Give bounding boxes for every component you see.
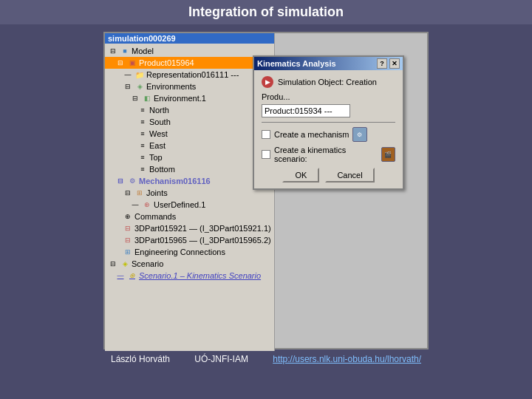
screenshot-container: simulation000269 ⊟ ■ Model ⊟ ▣ Product01… xyxy=(103,32,429,349)
dialog-close-button[interactable]: ✕ xyxy=(389,58,400,69)
header-title: Integration of simulation xyxy=(188,4,344,19)
tree-dash-icon: — xyxy=(123,69,133,80)
product-label-row: Produ... xyxy=(262,92,395,101)
tree-item-joints[interactable]: ⊟ ⊞ Joints xyxy=(105,187,274,199)
tree-item-east[interactable]: ≡ East xyxy=(105,140,274,151)
dialog-help-button[interactable]: ? xyxy=(377,58,387,69)
tree-item-label: West xyxy=(149,129,168,138)
cancel-button[interactable]: Cancel xyxy=(325,168,374,183)
userdefined-icon: ⊛ xyxy=(142,200,152,210)
tree-item-label: Model xyxy=(132,47,154,55)
compass-icon: ≡ xyxy=(137,105,148,115)
tree-expand-icon: ⊟ xyxy=(108,259,118,269)
tree-expand-icon: ⊟ xyxy=(108,46,118,56)
tree-expand-icon: ⊟ xyxy=(130,93,140,103)
tree-title: simulation000269 xyxy=(108,34,176,43)
tree-item-label: Engineering Connections xyxy=(134,248,225,256)
create-mechanism-label: Create a mechanism xyxy=(274,130,349,139)
tree-item-label: South xyxy=(149,117,171,126)
tree-item-environment1[interactable]: ⊟ ◧ Environment.1 xyxy=(105,92,274,104)
tree-item-engconn[interactable]: ⊞ Engineering Connections xyxy=(105,246,274,258)
tree-expand-icon: ⊟ xyxy=(115,58,126,68)
tree-item-west[interactable]: ≡ West xyxy=(105,128,274,140)
tree-dash-icon: — xyxy=(115,270,126,281)
env-icon: ◈ xyxy=(134,81,145,92)
dialog-titlebar: Kinematics Analysis ? ✕ xyxy=(254,57,403,70)
dialog-titlebar-buttons: ? ✕ xyxy=(377,58,400,69)
footer-author: László Horváth xyxy=(111,354,170,364)
scenario-icon: ◈ xyxy=(120,259,130,269)
create-kinematics-label: Create a kinematics scenario: xyxy=(274,146,378,163)
tree-item-label: UserDefined.1 xyxy=(154,200,205,209)
tree-item-label: Commands xyxy=(134,212,176,221)
product-input[interactable] xyxy=(262,104,350,117)
part3d-icon: ⊟ xyxy=(123,223,133,233)
tree-content: ⊟ ■ Model ⊟ ▣ Product015964 — 📁 Represen… xyxy=(105,44,274,283)
tree-item-label: Top xyxy=(149,153,163,162)
tree-expand-icon: ⊟ xyxy=(123,81,133,92)
tree-item-scenario1[interactable]: — ⊛ Scenario.1 – Kinematics Scenario xyxy=(105,270,274,282)
simulation-icon: ▶ xyxy=(262,76,273,88)
dialog-buttons: OK Cancel xyxy=(262,168,395,183)
tree-item-north[interactable]: ≡ North xyxy=(105,104,274,116)
model-icon: ■ xyxy=(120,46,130,56)
dialog-body: ▶ Simulation Object: Creation Produ... C… xyxy=(254,70,403,188)
tree-expand-icon: ⊟ xyxy=(115,176,126,186)
folder-icon: 📁 xyxy=(134,69,145,80)
compass-icon: ≡ xyxy=(137,129,148,139)
tree-item-representation[interactable]: — 📁 Representation016111 --- xyxy=(105,69,274,81)
joints-icon: ⊞ xyxy=(134,188,145,198)
compass-icon: ≡ xyxy=(137,164,148,174)
tree-item-product[interactable]: ⊟ ▣ Product015964 xyxy=(105,57,274,69)
part3d-icon: ⊟ xyxy=(123,235,133,245)
footer-url[interactable]: http://users.nlk.uni-obuda.hu/lhorvath/ xyxy=(273,354,421,364)
tree-item-label: Environments xyxy=(146,82,196,91)
footer-bar: László Horváth UÓ-JNFI-IAM http://users.… xyxy=(103,349,429,369)
part-icon: ▣ xyxy=(127,58,137,68)
kinematics-icon: 🎬 xyxy=(381,147,395,162)
tree-item-label: East xyxy=(149,141,166,150)
compass-icon: ≡ xyxy=(137,117,148,127)
simulation-label: Simulation Object: Creation xyxy=(278,78,377,86)
tree-item[interactable]: ⊟ ■ Model xyxy=(105,45,274,57)
tree-item-userdefined[interactable]: — ⊛ UserDefined.1 xyxy=(105,199,274,211)
footer-institution: UÓ-JNFI-IAM xyxy=(194,354,248,364)
compass-icon: ≡ xyxy=(137,152,148,163)
tree-item-label: Bottom xyxy=(149,165,175,174)
tree-item-label: North xyxy=(149,106,169,115)
tree-item-3dpart1[interactable]: ⊟ 3DPart015921 — (I_3DPart015921.1) xyxy=(105,222,274,234)
tree-item-bottom[interactable]: ≡ Bottom xyxy=(105,163,274,175)
dialog-title: Kinematics Analysis xyxy=(257,59,336,68)
tree-item-top[interactable]: ≡ Top xyxy=(105,151,274,163)
scenario1-icon: ⊛ xyxy=(127,270,137,281)
tree-item-commands[interactable]: ⊕ Commands xyxy=(105,211,274,222)
tree-item-label: Joints xyxy=(146,188,168,197)
tree-title-bar: simulation000269 xyxy=(105,33,274,44)
tree-item-south[interactable]: ≡ South xyxy=(105,116,274,128)
kinematics-dialog: Kinematics Analysis ? ✕ ▶ Simulation Obj… xyxy=(253,55,404,190)
simulation-object-row: ▶ Simulation Object: Creation xyxy=(262,76,395,88)
create-mechanism-checkbox[interactable] xyxy=(262,130,270,139)
compass-icon: ≡ xyxy=(137,140,148,151)
tree-panel: simulation000269 ⊟ ■ Model ⊟ ▣ Product01… xyxy=(105,33,275,351)
header: Integration of simulation xyxy=(0,0,532,24)
tree-expand-icon: ⊟ xyxy=(123,188,133,198)
product-input-row xyxy=(262,104,395,117)
ok-button[interactable]: OK xyxy=(282,168,319,183)
create-kinematics-row: Create a kinematics scenario: 🎬 xyxy=(262,146,395,163)
tree-item-scenario[interactable]: ⊟ ◈ Scenario xyxy=(105,258,274,270)
tree-item-label: 3DPart015965 — (I_3DPart015965.2) xyxy=(134,236,271,245)
tree-item-label: Mechanism016116 xyxy=(139,177,211,185)
tree-item-label: Scenario xyxy=(132,259,163,268)
tree-item-label: Scenario.1 – Kinematics Scenario xyxy=(139,271,261,280)
env1-icon: ◧ xyxy=(142,93,152,103)
create-kinematics-checkbox[interactable] xyxy=(262,150,270,159)
gear-icon: ⚙ xyxy=(127,176,137,186)
tree-item-3dpart2[interactable]: ⊟ 3DPart015965 — (I_3DPart015965.2) xyxy=(105,234,274,246)
dialog-separator xyxy=(262,122,395,123)
tree-item-mechanism[interactable]: ⊟ ⚙ Mechanism016116 xyxy=(105,175,274,187)
tree-item-environments[interactable]: ⊟ ◈ Environments xyxy=(105,81,274,92)
create-mechanism-row: Create a mechanism ⚙ xyxy=(262,127,395,142)
product-field-label: Produ... xyxy=(262,92,291,101)
eng-icon: ⊞ xyxy=(123,247,133,257)
